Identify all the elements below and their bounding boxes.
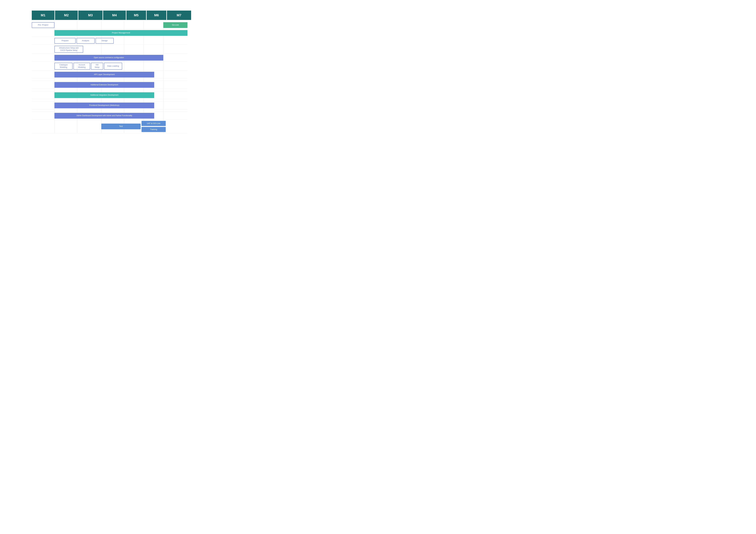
milestone-header-m5: M5 [126, 11, 146, 20]
bar-additional-integration-develop: Additional Integration Development [54, 92, 154, 98]
bar-test: Test [101, 124, 141, 129]
gantt-row-infra-setup: Infrastructure Setup andCI/CD Pipeline S… [32, 45, 187, 54]
gantt-row-catalog-account-km-data: CatalogueModelingAccountModelingKMSetupD… [32, 62, 187, 71]
bar-pre--project: Pre -Project [32, 22, 54, 28]
bar-analysis: Analysis [76, 38, 94, 44]
bar-admin-dashboard-development-wi: Admin Dashboard Development with Admin a… [54, 113, 154, 118]
gantt-row-sep3 [32, 99, 187, 102]
milestone-header-m4: M4 [103, 11, 126, 20]
gantt-row-pre-project: Pre -ProjectGo-Live [32, 21, 187, 29]
bar-open-source-commerce-configura: Open source commerce configuration [54, 55, 163, 61]
bar-additional-extension-developme: Additional Extension Development [54, 82, 154, 88]
bar-account-modeling: AccountModeling [73, 63, 90, 70]
gantt-row-sep2 [32, 89, 187, 91]
gantt-row-project-management: Project Management [32, 29, 187, 37]
milestone-header-m1: M1 [32, 11, 54, 20]
gantt-rows: Pre -ProjectGo-LiveProject ManagementPre… [32, 21, 748, 133]
gantt-row-api-layer: API Layer Development [32, 71, 187, 79]
timeline-container: M1M2M3M4M5M6M7 Pre -ProjectGo-LiveProjec… [8, 11, 748, 133]
gantt-right: Pre -ProjectGo-LiveProject ManagementPre… [32, 21, 748, 133]
milestone-header-m6: M6 [147, 11, 166, 20]
bar-project-management: Project Management [54, 30, 187, 36]
bar-uat-&-go-live: UAT & GO-Live [142, 121, 166, 126]
bar-km-setup: KMSetup [91, 63, 103, 70]
milestone-header-m7: M7 [167, 11, 191, 20]
gantt-row-sep1 [32, 79, 187, 81]
bar-training: Training [142, 127, 166, 132]
bar-go-live: Go-Live [163, 22, 187, 28]
gantt-row-additional-extension: Additional Extension Development [32, 81, 187, 89]
left-spacer [8, 21, 32, 133]
bar-frontend-development-(webshop): Frontend Development (Webshop) [54, 103, 154, 108]
bar-design: Design [95, 38, 114, 44]
gantt-row-additional-integration: Additional Integration Development [32, 91, 187, 99]
milestone-header: M1M2M3M4M5M6M7 [32, 11, 748, 20]
milestone-header-m3: M3 [78, 11, 102, 20]
gantt-row-sep4 [32, 109, 187, 112]
milestone-header-m2: M2 [55, 11, 78, 20]
gantt-row-prepare-analysis-design: PrepareAnalysisDesign [32, 37, 187, 45]
bar-infrastructure-setup-and-ci/cd: Infrastructure Setup andCI/CD Pipeline S… [54, 46, 83, 53]
gantt-row-test-uat-training: TestUAT & GO-LiveTraining [32, 120, 187, 133]
gantt-row-frontend: Frontend Development (Webshop) [32, 102, 187, 109]
bar-catalogue-modeling: CatalogueModeling [54, 63, 72, 70]
bar-prepare: Prepare [54, 38, 76, 44]
gantt-body: Pre -ProjectGo-LiveProject ManagementPre… [8, 21, 748, 133]
gantt-row-open-source: Open source commerce configuration [32, 54, 187, 62]
gantt-row-admin-dashboard: Admin Dashboard Development with Admin a… [32, 112, 187, 120]
bar-data-loading: Data Loading [104, 63, 122, 70]
bar-api-layer-development: API Layer Development [54, 72, 154, 78]
